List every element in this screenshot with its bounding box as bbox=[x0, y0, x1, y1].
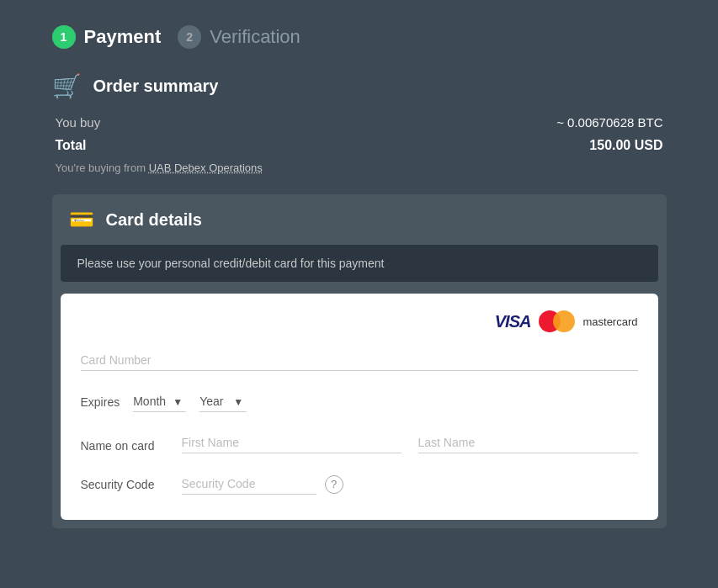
buying-from-company[interactable]: UAB Debex Operations bbox=[149, 162, 263, 174]
mastercard-logo: mastercard bbox=[539, 310, 637, 332]
security-code-help-icon[interactable]: ? bbox=[325, 475, 343, 494]
step-verification-number: 2 bbox=[178, 25, 201, 49]
you-buy-row: You buy ~ 0.00670628 BTC bbox=[52, 115, 667, 130]
card-number-input[interactable] bbox=[81, 349, 638, 371]
name-on-card-label: Name on card bbox=[81, 432, 165, 453]
year-select[interactable]: Year 202420252026 202720282029 2030 bbox=[199, 391, 247, 412]
step-payment-number: 1 bbox=[52, 25, 76, 49]
steps-bar: 1 Payment 2 Verification bbox=[52, 25, 667, 49]
card-icon: 💳 bbox=[69, 208, 94, 231]
total-row: Total 150.00 USD bbox=[52, 138, 667, 153]
step-verification-label: Verification bbox=[210, 26, 300, 48]
month-select[interactable]: Month 010203 040506 070809 101112 bbox=[133, 391, 186, 412]
mastercard-label: mastercard bbox=[582, 315, 637, 328]
year-select-wrapper: Year 202420252026 202720282029 2030 ▼ bbox=[199, 391, 247, 412]
month-select-wrapper: Month 010203 040506 070809 101112 ▼ bbox=[133, 391, 186, 412]
name-on-card-row: Name on card bbox=[81, 432, 638, 453]
card-details-section: 💳 Card details Please use your personal … bbox=[52, 194, 667, 528]
mastercard-circle-orange bbox=[553, 310, 575, 332]
security-code-label: Security Code bbox=[81, 478, 165, 491]
page-container: 1 Payment 2 Verification 🛒 Order summary… bbox=[52, 25, 667, 563]
buying-from-text: You're buying from bbox=[56, 162, 146, 174]
card-notice: Please use your personal credit/debit ca… bbox=[61, 245, 658, 282]
total-value: 150.00 USD bbox=[589, 138, 662, 153]
card-details-header: 💳 Card details bbox=[52, 194, 667, 245]
order-summary-title: Order summary bbox=[93, 77, 219, 96]
security-code-input[interactable] bbox=[182, 474, 316, 495]
card-number-field bbox=[81, 349, 638, 371]
security-input-wrapper: ? bbox=[182, 474, 343, 495]
step-payment-label: Payment bbox=[84, 26, 162, 48]
cart-icon: 🛒 bbox=[52, 72, 82, 100]
step-payment: 1 Payment bbox=[52, 25, 162, 49]
buying-from: You're buying from UAB Debex Operations bbox=[52, 162, 667, 174]
order-summary-header: 🛒 Order summary bbox=[52, 72, 667, 100]
card-form: VISA mastercard Expires Month 010203 bbox=[61, 294, 658, 520]
name-inputs bbox=[182, 432, 638, 453]
card-logos: VISA mastercard bbox=[81, 310, 638, 332]
you-buy-value: ~ 0.00670628 BTC bbox=[556, 115, 662, 130]
you-buy-label: You buy bbox=[56, 115, 101, 130]
last-name-input[interactable] bbox=[418, 432, 638, 453]
step-verification: 2 Verification bbox=[178, 25, 300, 49]
expires-label: Expires bbox=[81, 395, 120, 409]
first-name-input[interactable] bbox=[182, 432, 402, 453]
total-label: Total bbox=[56, 138, 87, 153]
security-code-row: Security Code ? bbox=[81, 474, 638, 495]
expires-row: Expires Month 010203 040506 070809 10111… bbox=[81, 391, 638, 412]
visa-logo: VISA bbox=[495, 312, 531, 331]
card-details-title: Card details bbox=[106, 210, 202, 230]
